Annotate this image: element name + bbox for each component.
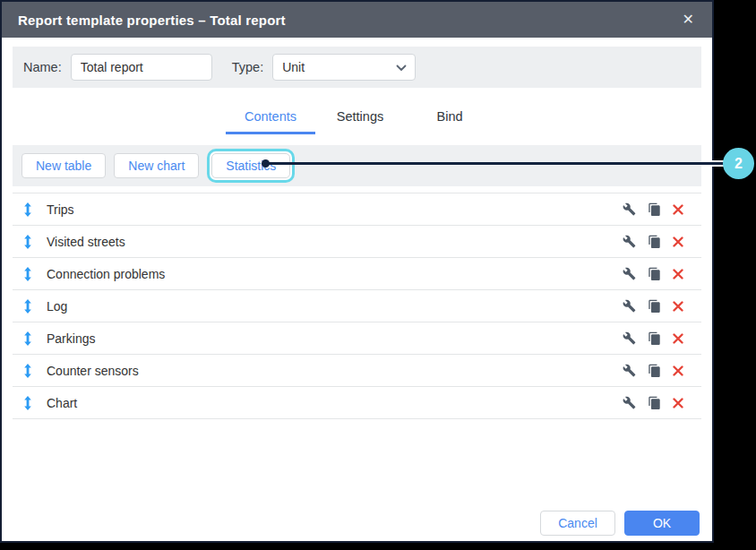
row-actions xyxy=(623,396,696,409)
name-type-form: Name: Type: Unit xyxy=(13,47,701,88)
table-row: Trips xyxy=(13,193,701,226)
wrench-icon[interactable] xyxy=(623,299,636,313)
report-contents-list: Trips Visited streets xyxy=(13,193,701,419)
delete-icon[interactable] xyxy=(673,236,683,247)
delete-icon[interactable] xyxy=(673,204,683,215)
delete-icon[interactable] xyxy=(673,269,683,279)
drag-handle-icon[interactable] xyxy=(21,396,34,410)
row-actions xyxy=(623,267,696,280)
dialog-tabs: Contents Settings Bind xyxy=(2,88,712,145)
new-chart-button[interactable]: New chart xyxy=(114,153,199,178)
drag-handle-icon[interactable] xyxy=(21,364,34,378)
row-label: Log xyxy=(47,299,67,314)
wrench-icon[interactable] xyxy=(623,331,636,345)
wrench-icon[interactable] xyxy=(623,202,636,216)
name-label: Name: xyxy=(23,60,62,74)
tab-bind[interactable]: Bind xyxy=(405,102,494,134)
wrench-icon[interactable] xyxy=(623,364,636,377)
delete-icon[interactable] xyxy=(673,365,683,376)
copy-icon[interactable] xyxy=(648,299,661,313)
copy-icon[interactable] xyxy=(648,235,661,248)
table-row: Counter sensors xyxy=(13,355,701,387)
row-label: Trips xyxy=(47,202,74,217)
drag-handle-icon[interactable] xyxy=(21,331,34,346)
row-actions xyxy=(623,364,696,377)
tab-contents[interactable]: Contents xyxy=(226,102,315,134)
row-actions xyxy=(623,299,696,313)
statistics-button[interactable]: Statistics xyxy=(211,153,290,178)
type-select-value: Unit xyxy=(282,60,305,74)
dialog-titlebar: Report template properties – Total repor… xyxy=(2,2,712,38)
copy-icon[interactable] xyxy=(648,396,661,409)
row-label: Counter sensors xyxy=(47,364,139,378)
row-label: Chart xyxy=(47,396,77,410)
cancel-button[interactable]: Cancel xyxy=(540,511,615,536)
drag-handle-icon[interactable] xyxy=(21,235,34,249)
wrench-icon[interactable] xyxy=(623,235,636,248)
chevron-down-icon xyxy=(396,64,407,72)
dialog-footer: Cancel OK xyxy=(540,511,700,536)
tab-settings[interactable]: Settings xyxy=(315,102,405,134)
table-row: Visited streets xyxy=(13,226,701,258)
table-row: Log xyxy=(13,290,701,322)
ok-button[interactable]: OK xyxy=(624,511,700,536)
row-actions xyxy=(623,235,696,248)
delete-icon[interactable] xyxy=(673,333,683,344)
dialog-title: Report template properties – Total repor… xyxy=(18,13,286,28)
row-label: Parkings xyxy=(47,331,95,346)
table-row: Parkings xyxy=(13,322,701,355)
type-label: Type: xyxy=(232,60,263,74)
copy-icon[interactable] xyxy=(648,202,661,216)
drag-handle-icon[interactable] xyxy=(21,202,34,217)
drag-handle-icon[interactable] xyxy=(21,299,34,314)
drag-handle-icon[interactable] xyxy=(21,267,34,281)
copy-icon[interactable] xyxy=(648,331,661,345)
delete-icon[interactable] xyxy=(673,398,683,408)
wrench-icon[interactable] xyxy=(623,396,636,409)
type-select[interactable]: Unit xyxy=(272,54,416,81)
callout-step-badge: 2 xyxy=(723,148,754,179)
name-input[interactable] xyxy=(71,54,212,81)
delete-icon[interactable] xyxy=(673,301,683,312)
row-label: Visited streets xyxy=(47,235,125,249)
table-row: Chart xyxy=(13,387,701,419)
copy-icon[interactable] xyxy=(648,267,661,280)
row-label: Connection problems xyxy=(47,267,165,281)
wrench-icon[interactable] xyxy=(623,267,636,280)
new-table-button[interactable]: New table xyxy=(21,153,106,178)
close-icon[interactable]: ✕ xyxy=(679,11,698,29)
row-actions xyxy=(623,331,696,345)
row-actions xyxy=(623,202,696,216)
copy-icon[interactable] xyxy=(648,364,661,377)
table-row: Connection problems xyxy=(13,258,701,290)
callout-line xyxy=(267,162,712,165)
report-template-properties-dialog: Report template properties – Total repor… xyxy=(0,0,714,543)
contents-toolbar: New table New chart Statistics xyxy=(13,145,701,186)
